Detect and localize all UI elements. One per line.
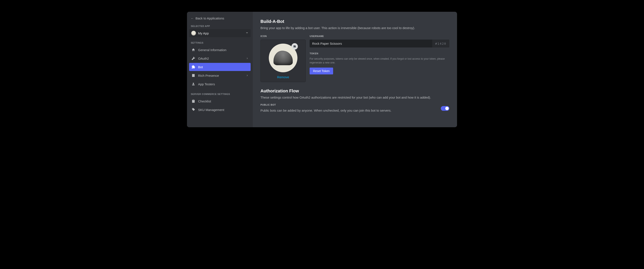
page-subtitle: Bring your app to life by adding a bot u… bbox=[260, 26, 449, 30]
puzzle-icon bbox=[191, 65, 196, 69]
document-icon bbox=[191, 74, 196, 77]
app-selector[interactable]: My App bbox=[189, 29, 251, 37]
home-icon bbox=[191, 48, 196, 52]
username-field-label: Username bbox=[310, 35, 449, 38]
sidebar-item-label: OAuth2 bbox=[198, 57, 243, 60]
username-input-wrap: #1420 bbox=[310, 40, 449, 48]
sidebar-item-label: General Information bbox=[198, 48, 248, 52]
toggle-knob-icon bbox=[445, 107, 449, 110]
sidebar-item-oauth2[interactable]: OAuth2 bbox=[189, 54, 251, 63]
app-avatar-icon bbox=[191, 31, 196, 36]
discriminator-badge: #1420 bbox=[432, 40, 449, 48]
sidebar-item-label: Rich Presence bbox=[198, 74, 243, 77]
sidebar-item-sku-management[interactable]: SKU Management bbox=[189, 106, 251, 114]
sidebar-item-bot[interactable]: Bot bbox=[189, 63, 251, 71]
sidebar-item-rich-presence[interactable]: Rich Presence bbox=[189, 71, 251, 80]
people-icon bbox=[191, 82, 196, 86]
tags-icon bbox=[191, 108, 196, 112]
back-label: Back to Applications bbox=[196, 17, 224, 20]
sidebar-item-label: Bot bbox=[198, 65, 248, 69]
token-help-text: For security purposes, tokens can only b… bbox=[310, 57, 449, 65]
sidebar-item-app-testers[interactable]: App Testers bbox=[189, 80, 251, 88]
upload-image-icon[interactable] bbox=[292, 43, 298, 50]
page-title: Build-A-Bot bbox=[260, 19, 449, 24]
auth-flow-title: Authorization Flow bbox=[260, 89, 449, 93]
username-input[interactable] bbox=[310, 40, 432, 48]
bot-icon-preview bbox=[269, 44, 298, 72]
app-selector-label: My App bbox=[198, 32, 243, 35]
sidebar-item-general-information[interactable]: General Information bbox=[189, 46, 251, 54]
settings-header: Settings bbox=[189, 41, 251, 46]
chevron-right-icon bbox=[246, 57, 248, 60]
chevron-down-icon bbox=[246, 31, 248, 35]
right-column: Username #1420 Token For security purpos… bbox=[310, 35, 449, 74]
app-window: ← Back to Applications Selected App My A… bbox=[187, 12, 457, 127]
chevron-right-icon bbox=[246, 74, 248, 77]
icon-column: Icon Remove bbox=[260, 35, 306, 82]
sidebar-item-label: SKU Management bbox=[198, 108, 248, 112]
clipboard-icon bbox=[191, 99, 196, 103]
wrench-icon bbox=[191, 57, 196, 60]
auth-flow-subtitle: These settings control how OAuth2 author… bbox=[260, 95, 449, 100]
main-content: Build-A-Bot Bring your app to life by ad… bbox=[253, 12, 457, 127]
public-bot-label: Public Bot bbox=[260, 104, 436, 106]
remove-icon-link[interactable]: Remove bbox=[277, 75, 289, 79]
arrow-left-icon: ← bbox=[191, 17, 194, 20]
token-field-label: Token bbox=[310, 52, 449, 55]
bot-icon-uploader[interactable]: Remove bbox=[260, 40, 306, 82]
back-to-applications-link[interactable]: ← Back to Applications bbox=[189, 15, 251, 24]
bot-identity-row: Icon Remove Username #1420 bbox=[260, 35, 449, 82]
sidebar-item-label: App Testers bbox=[198, 82, 248, 86]
authorization-flow-section: Authorization Flow These settings contro… bbox=[260, 89, 449, 113]
rock-icon bbox=[274, 51, 293, 65]
sidebar-item-checklist[interactable]: Checklist bbox=[189, 97, 251, 105]
icon-field-label: Icon bbox=[260, 35, 306, 38]
public-bot-row: Public Bot Public bots can be added by a… bbox=[260, 104, 449, 113]
sidebar-item-label: Checklist bbox=[198, 99, 248, 103]
sidebar: ← Back to Applications Selected App My A… bbox=[187, 12, 253, 127]
server-commerce-header: Server Commerce Settings bbox=[189, 92, 251, 97]
public-bot-toggle[interactable] bbox=[441, 106, 449, 111]
reset-token-button[interactable]: Reset Token bbox=[310, 68, 333, 74]
selected-app-header: Selected App bbox=[189, 24, 251, 29]
public-bot-description: Public bots can be added by anyone. When… bbox=[260, 108, 436, 113]
